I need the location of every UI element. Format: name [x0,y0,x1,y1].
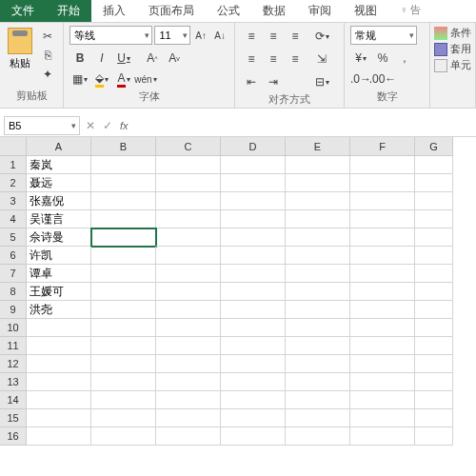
row-header-16[interactable]: 16 [0,427,27,446]
cell-F11[interactable] [350,337,415,355]
row-header-14[interactable]: 14 [0,391,27,409]
cell-D7[interactable] [221,265,286,283]
cell-B6[interactable] [91,247,156,265]
cell-E3[interactable] [286,192,350,210]
cell-F10[interactable] [350,319,415,337]
row-header-1[interactable]: 1 [0,156,27,174]
font-name-combo[interactable]: 等线 [69,26,152,45]
cell-G5[interactable] [415,228,453,247]
cell-D9[interactable] [221,301,286,319]
cell-E16[interactable] [286,427,350,446]
cell-F15[interactable] [350,409,415,427]
bold-button[interactable]: B [69,48,90,69]
cell-B3[interactable] [91,192,156,210]
row-header-6[interactable]: 6 [0,247,27,265]
cell-G11[interactable] [415,337,453,355]
row-header-5[interactable]: 5 [0,228,27,247]
cancel-formula-button[interactable]: ✕ [86,119,95,132]
currency-button[interactable]: ¥ [350,48,371,69]
row-header-10[interactable]: 10 [0,319,27,337]
conditional-format-button[interactable]: 条件 [434,26,471,40]
select-all-corner[interactable] [0,137,27,156]
cell-E4[interactable] [286,210,350,228]
cell-C15[interactable] [156,409,221,427]
cell-C12[interactable] [156,355,221,373]
cell-D3[interactable] [221,192,286,210]
cell-G4[interactable] [415,210,453,228]
cell-A9[interactable]: 洪尧 [27,301,91,319]
tab-file[interactable]: 文件 [0,0,46,22]
cell-G16[interactable] [415,427,453,446]
col-header-G[interactable]: G [415,137,453,156]
cell-E14[interactable] [286,391,350,409]
cell-D1[interactable] [221,156,286,174]
comma-button[interactable]: , [394,48,415,69]
copy-button[interactable]: ⎘ [38,47,57,64]
cell-F8[interactable] [350,283,415,301]
cell-B12[interactable] [91,355,156,373]
increase-font-button[interactable]: A↑ [192,26,209,45]
decrease-font-button[interactable]: A↓ [211,26,228,45]
cell-E11[interactable] [286,337,350,355]
cell-D10[interactable] [221,319,286,337]
align-top-button[interactable]: ≡ [241,26,262,47]
paste-button[interactable]: 粘贴 [6,26,34,83]
number-format-combo[interactable]: 常规 [350,26,417,45]
cell-D16[interactable] [221,427,286,446]
cell-C1[interactable] [156,156,221,174]
cell-B1[interactable] [91,156,156,174]
name-box[interactable]: B5 [4,116,80,135]
row-header-15[interactable]: 15 [0,409,27,427]
cell-B2[interactable] [91,174,156,192]
cell-A14[interactable] [27,391,91,409]
row-header-13[interactable]: 13 [0,373,27,391]
cell-A6[interactable]: 许凯 [27,247,91,265]
italic-button[interactable]: I [91,48,112,69]
cell-A10[interactable] [27,319,91,337]
tell-me[interactable]: ♀ 告 [388,0,432,22]
format-table-button[interactable]: 套用 [434,42,471,56]
cell-F12[interactable] [350,355,415,373]
cell-F7[interactable] [350,265,415,283]
cell-A7[interactable]: 谭卓 [27,265,91,283]
cell-A8[interactable]: 王媛可 [27,283,91,301]
percent-button[interactable]: % [372,48,393,69]
increase-indent-button[interactable]: ⇥ [263,71,284,92]
col-header-F[interactable]: F [350,137,415,156]
cell-A1[interactable]: 秦岚 [27,156,91,174]
accept-formula-button[interactable]: ✓ [103,119,112,132]
font-size-combo[interactable]: 11 [154,26,190,45]
cell-G10[interactable] [415,319,453,337]
font-super-button[interactable]: A^ [142,48,163,69]
cell-B13[interactable] [91,373,156,391]
cell-G12[interactable] [415,355,453,373]
cell-F13[interactable] [350,373,415,391]
cell-C5[interactable] [156,228,221,247]
align-bottom-button[interactable]: ≡ [285,26,306,47]
cell-G6[interactable] [415,247,453,265]
cell-G8[interactable] [415,283,453,301]
cell-C11[interactable] [156,337,221,355]
cell-E1[interactable] [286,156,350,174]
cell-D12[interactable] [221,355,286,373]
cell-F3[interactable] [350,192,415,210]
col-header-C[interactable]: C [156,137,221,156]
cell-C4[interactable] [156,210,221,228]
row-header-7[interactable]: 7 [0,265,27,283]
align-left-button[interactable]: ≡ [241,49,262,69]
cell-C14[interactable] [156,391,221,409]
cell-A5[interactable]: 佘诗曼 [27,228,91,247]
align-center-button[interactable]: ≡ [263,49,284,69]
cell-E2[interactable] [286,174,350,192]
cell-D5[interactable] [221,228,286,247]
cell-D8[interactable] [221,283,286,301]
fill-color-button[interactable]: ⬙ [91,69,112,89]
font-sub-button[interactable]: Av [164,48,185,69]
cell-E15[interactable] [286,409,350,427]
cell-A15[interactable] [27,409,91,427]
cut-button[interactable]: ✂ [38,28,57,45]
cell-B15[interactable] [91,409,156,427]
tab-home[interactable]: 开始 [46,0,91,22]
cell-E5[interactable] [286,228,350,247]
cell-E8[interactable] [286,283,350,301]
